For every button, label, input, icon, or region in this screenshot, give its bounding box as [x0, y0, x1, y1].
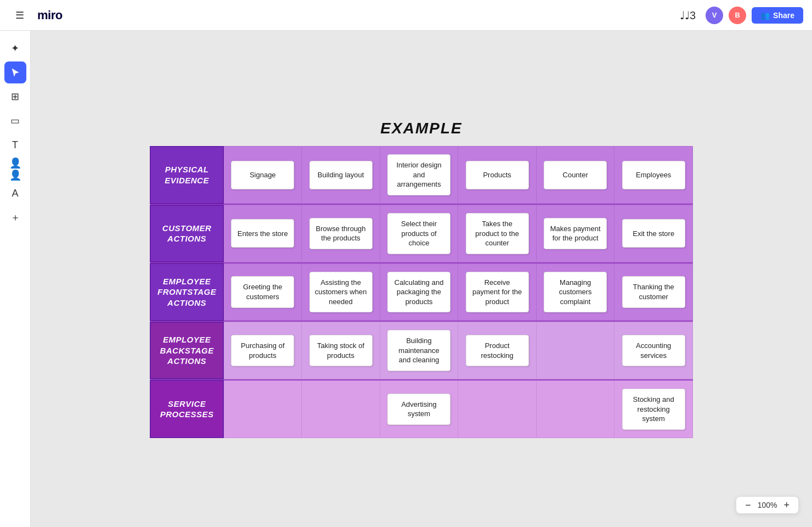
table-tool-button[interactable]: ⊞	[4, 86, 26, 108]
cell-physical-evidence-0: Signage	[223, 147, 302, 204]
canvas: EXAMPLE PHYSICALEVIDENCESignageBuilding …	[31, 31, 812, 527]
row-label-physical-evidence: PHYSICALEVIDENCE	[165, 165, 209, 185]
card-employee-backstage-0: Purchasing of products	[231, 335, 294, 366]
cell-employee-frontstage-4: Managing customers complaint	[536, 264, 614, 321]
left-toolbar: ✦ ⊞ ▭ T 👤👤 A ＋	[0, 31, 31, 527]
card-customer-actions-5: Exit the store	[622, 219, 685, 248]
card-physical-evidence-3: Products	[466, 161, 529, 189]
card-physical-evidence-0: Signage	[231, 161, 294, 189]
miro-logo: miro	[37, 8, 63, 23]
select-tool-button[interactable]	[4, 61, 26, 83]
card-service-processes-2: Advertising system	[387, 394, 450, 425]
cell-physical-evidence-5: Employees	[614, 147, 693, 204]
menu-button[interactable]: ☰	[9, 4, 31, 26]
zoom-level: 100%	[758, 501, 777, 509]
cell-employee-backstage-2: Building maintenance and cleaning	[380, 322, 458, 379]
card-employee-frontstage-3: Receive payment for the product	[466, 272, 529, 313]
cell-employee-frontstage-2: Calculating and packaging the products	[380, 264, 458, 321]
card-physical-evidence-5: Employees	[622, 161, 685, 189]
text-tool-button[interactable]: T	[4, 134, 26, 156]
cell-customer-actions-5: Exit the store	[614, 205, 693, 262]
card-physical-evidence-1: Building layout	[309, 161, 373, 189]
collab-icons: ♩♩3	[680, 9, 696, 22]
card-customer-actions-2: Select their products of choice	[387, 213, 450, 254]
card-employee-backstage-1: Taking stock of products	[309, 335, 373, 366]
music-icon: ♩♩3	[680, 9, 696, 22]
card-employee-frontstage-4: Managing customers complaint	[544, 272, 607, 313]
cell-physical-evidence-1: Building layout	[302, 147, 380, 204]
cell-employee-frontstage-1: Assisting the customers when needed	[302, 264, 380, 321]
card-service-processes-5: Stocking and restocking system	[622, 389, 685, 430]
card-customer-actions-0: Enters the store	[231, 219, 294, 248]
card-customer-actions-3: Takes the product to the counter	[466, 213, 529, 254]
cell-physical-evidence-2: Interior design and arrangements	[380, 147, 458, 204]
zoom-out-button[interactable]: −	[743, 500, 753, 510]
cell-service-processes-5: Stocking and restocking system	[614, 380, 693, 438]
cell-employee-frontstage-5: Thanking the customer	[614, 264, 693, 321]
content-wrapper: EXAMPLE PHYSICALEVIDENCESignageBuilding …	[150, 120, 693, 438]
cell-service-processes-0	[223, 380, 302, 438]
card-physical-evidence-4: Counter	[544, 161, 607, 189]
card-employee-frontstage-5: Thanking the customer	[622, 276, 685, 307]
cell-physical-evidence-3: Products	[458, 147, 537, 204]
sticky-tool-button[interactable]: ▭	[4, 110, 26, 132]
cell-customer-actions-3: Takes the product to the counter	[458, 205, 537, 262]
share-button[interactable]: 👥 Share	[752, 7, 803, 24]
card-employee-frontstage-2: Calculating and packaging the products	[387, 272, 450, 313]
cell-service-processes-4	[536, 380, 614, 438]
cell-customer-actions-4: Makes payment for the product	[536, 205, 614, 262]
share-icon: 👥	[760, 11, 770, 20]
cell-employee-backstage-5: Accounting services	[614, 322, 693, 379]
font-tool-button[interactable]: A	[4, 182, 26, 204]
card-employee-backstage-2: Building maintenance and cleaning	[387, 330, 450, 371]
magic-tool-button[interactable]: ✦	[4, 37, 26, 59]
page-title: EXAMPLE	[380, 120, 462, 137]
cell-service-processes-2: Advertising system	[380, 380, 458, 438]
card-employee-frontstage-1: Assisting the customers when needed	[309, 272, 373, 313]
zoom-in-button[interactable]: +	[781, 500, 792, 510]
cell-service-processes-1	[302, 380, 380, 438]
topbar-left: ☰ miro	[9, 4, 63, 26]
card-customer-actions-1: Browse through the products	[309, 218, 373, 249]
add-tool-button[interactable]: ＋	[4, 206, 26, 228]
cell-customer-actions-0: Enters the store	[223, 205, 302, 262]
cell-employee-backstage-4	[536, 322, 614, 379]
avatar-v: V	[706, 7, 723, 24]
zoom-controls: − 100% +	[736, 496, 799, 514]
cell-employee-backstage-3: Product restocking	[458, 322, 537, 379]
topbar-right: ♩♩3 V B 👥 Share	[680, 7, 803, 24]
row-label-service-processes: SERVICEPROCESSES	[160, 399, 214, 419]
row-label-employee-backstage: EMPLOYEEBACKSTAGEACTIONS	[160, 335, 213, 366]
cell-service-processes-3	[458, 380, 537, 438]
cell-employee-backstage-1: Taking stock of products	[302, 322, 380, 379]
blueprint-table: PHYSICALEVIDENCESignageBuilding layoutIn…	[150, 146, 693, 438]
card-employee-backstage-5: Accounting services	[622, 335, 685, 366]
row-label-employee-frontstage: EMPLOYEEFRONTSTAGEACTIONS	[157, 277, 216, 307]
cell-employee-backstage-0: Purchasing of products	[223, 322, 302, 379]
card-employee-frontstage-0: Greeting the customers	[231, 276, 294, 307]
template-tool-button[interactable]: 👤👤	[4, 158, 26, 180]
cell-customer-actions-1: Browse through the products	[302, 205, 380, 262]
row-label-customer-actions: CUSTOMERACTIONS	[162, 223, 212, 244]
card-physical-evidence-2: Interior design and arrangements	[387, 154, 450, 195]
card-customer-actions-4: Makes payment for the product	[544, 218, 607, 249]
cell-employee-frontstage-3: Receive payment for the product	[458, 264, 537, 321]
card-employee-backstage-3: Product restocking	[466, 335, 529, 366]
cell-customer-actions-2: Select their products of choice	[380, 205, 458, 262]
cell-employee-frontstage-0: Greeting the customers	[223, 264, 302, 321]
cell-physical-evidence-4: Counter	[536, 147, 614, 204]
topbar: ☰ miro ♩♩3 V B 👥 Share	[0, 0, 812, 31]
avatar-b: B	[729, 7, 746, 24]
